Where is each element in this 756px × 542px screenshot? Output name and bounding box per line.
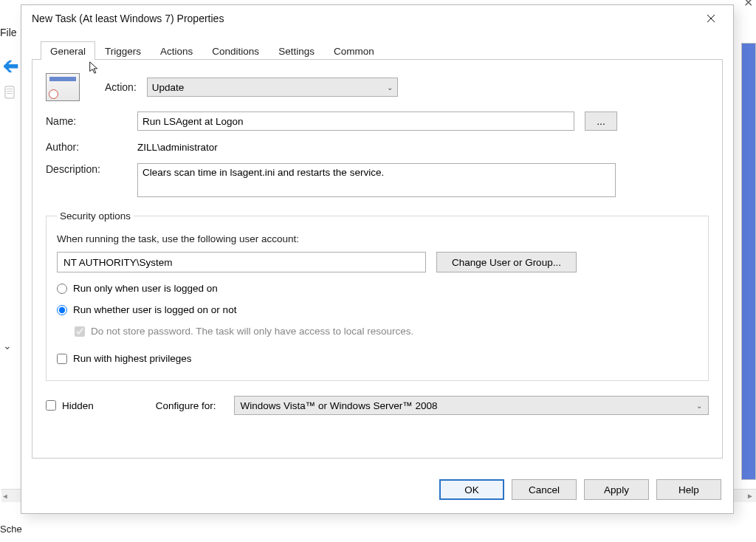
tab-conditions[interactable]: Conditions [202, 41, 269, 60]
bg-file-menu-label: File [0, 27, 17, 38]
tab-strip: General Triggers Actions Conditions Sett… [32, 39, 723, 60]
radio-logged-on-label: Run only when user is logged on [73, 283, 218, 294]
checkbox-highest-privileges[interactable] [57, 354, 67, 364]
task-properties-dialog: New Task (At least Windows 7) Properties… [21, 4, 734, 514]
tab-settings[interactable]: Settings [269, 41, 324, 60]
dialog-title: New Task (At least Windows 7) Properties [29, 13, 696, 24]
author-value: ZILL\administrator [137, 142, 218, 153]
task-icon [46, 73, 80, 101]
configure-for-dropdown[interactable]: Windows Vista™ or Windows Server™ 2008 ⌄ [234, 396, 709, 415]
action-dropdown[interactable]: Update ⌄ [147, 78, 398, 97]
security-options-group: Security options When running the task, … [46, 210, 709, 381]
apply-button[interactable]: Apply [584, 479, 649, 500]
checkbox-no-store-password [75, 326, 85, 337]
description-textarea[interactable] [137, 163, 616, 197]
security-legend: Security options [57, 210, 134, 222]
change-user-button[interactable]: Change User or Group... [436, 252, 577, 272]
name-input[interactable] [137, 112, 574, 131]
scroll-left-icon[interactable]: ◄ [1, 490, 9, 502]
help-button[interactable]: Help [656, 479, 721, 500]
tab-actions[interactable]: Actions [151, 41, 202, 60]
bg-back-arrow-icon: 🡰 [3, 58, 22, 77]
radio-logged-on[interactable] [57, 284, 67, 294]
chevron-down-icon: ⌄ [696, 402, 702, 410]
bg-doc-icon [3, 86, 18, 100]
svg-rect-2 [7, 91, 13, 92]
radio-whether-logged-label: Run whether user is logged on or not [73, 304, 236, 315]
svg-rect-0 [5, 86, 14, 98]
description-label: Description: [46, 163, 127, 175]
ok-button[interactable]: OK [439, 479, 504, 500]
bg-close-icon: ✕ [743, 0, 753, 10]
dialog-close-button[interactable] [696, 8, 726, 29]
name-browse-button[interactable]: ... [585, 112, 617, 131]
configure-for-label: Configure for: [156, 400, 216, 411]
cancel-button[interactable]: Cancel [512, 479, 577, 500]
when-running-label: When running the task, use the following… [57, 233, 698, 244]
name-label: Name: [46, 115, 127, 127]
chevron-down-icon: ⌄ [387, 83, 393, 92]
tab-common[interactable]: Common [324, 41, 384, 60]
dialog-button-row: OK Cancel Apply Help [21, 469, 733, 513]
svg-rect-1 [7, 89, 13, 89]
checkbox-hidden-label: Hidden [62, 400, 94, 411]
user-account-input[interactable] [57, 252, 426, 272]
action-label: Action: [105, 81, 137, 93]
action-dropdown-value: Update [152, 82, 185, 93]
dialog-titlebar: New Task (At least Windows 7) Properties [21, 5, 733, 32]
bg-right-pane [741, 43, 756, 480]
radio-whether-logged[interactable] [57, 305, 67, 315]
svg-rect-3 [7, 93, 13, 94]
bg-status-label: Sche [0, 524, 22, 535]
tab-general[interactable]: General [41, 41, 95, 60]
checkbox-hidden[interactable] [46, 400, 56, 411]
author-label: Author: [46, 141, 127, 153]
configure-for-value: Windows Vista™ or Windows Server™ 2008 [241, 400, 438, 411]
tab-triggers[interactable]: Triggers [95, 41, 151, 60]
tab-general-content: Action: Update ⌄ Name: ... Author: ZILL\… [32, 59, 723, 459]
scroll-right-icon[interactable]: ► [744, 490, 756, 502]
checkbox-highest-privileges-label: Run with highest privileges [73, 353, 192, 364]
bg-chevron-down-icon: ⌄ [3, 340, 12, 351]
checkbox-no-store-password-label: Do not store password. The task will onl… [91, 326, 413, 337]
close-icon [707, 14, 715, 23]
